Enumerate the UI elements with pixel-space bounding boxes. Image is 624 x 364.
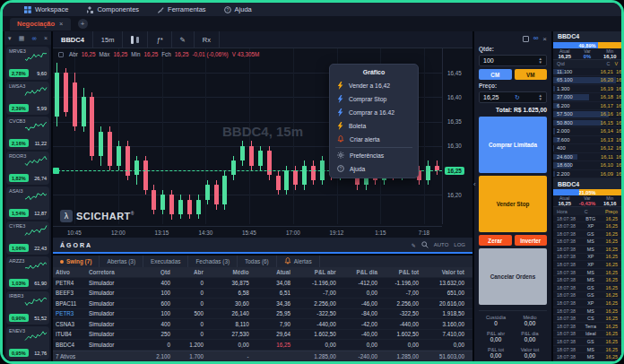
context-menu-item[interactable]: Vender a 16,42	[330, 79, 418, 92]
book-row[interactable]: 37.00016,1816	[553, 93, 621, 102]
tape-symbol[interactable]: BBDC4	[553, 178, 621, 189]
replay-icon[interactable]: Rx	[195, 31, 220, 48]
menubar-item-componentes[interactable]: Componentes	[86, 5, 139, 13]
tape-row[interactable]: 18:07:38GS16,25	[553, 292, 621, 300]
expand-icon[interactable]	[523, 36, 529, 42]
tape-row[interactable]: 18:07:38GS16,25	[553, 284, 621, 292]
watchlist-card-rdor3[interactable]: RDOR31,82%26,74	[6, 152, 49, 185]
watchlist-card-mrve3[interactable]: MRVE32,78%9,60	[6, 47, 49, 80]
positions-tab-abertas[interactable]: Abertas (3)	[100, 256, 143, 267]
watchlist-card-cyre3[interactable]: CYRE31,06%22,43	[6, 221, 49, 255]
magnifier-icon[interactable]	[421, 241, 429, 248]
context-menu-item[interactable]: Comprar Stop	[330, 92, 418, 106]
book-row[interactable]: 65.10016,2016	[553, 76, 621, 85]
positions-tab-alertas[interactable]: Alertas	[277, 256, 320, 267]
watchlist-card-lwsa3[interactable]: LWSA32,39%5,99	[6, 82, 49, 115]
book-row[interactable]: 1.30016,1916	[553, 85, 621, 94]
positions-tab-fechadas[interactable]: Fechadas (3)	[188, 256, 238, 267]
tape-row[interactable]: 18:07:38GS16,25	[553, 230, 621, 238]
context-menu-item[interactable]: ?Ajuda	[330, 162, 418, 176]
sell-market-button[interactable]: VM	[515, 69, 548, 80]
sell-stop-button[interactable]: Vender Stop	[479, 176, 547, 232]
positions-tab-swing[interactable]: Swing (7)	[53, 256, 100, 267]
legend-checkbox[interactable]	[58, 52, 64, 57]
position-row[interactable]: PETR3Simulador10050026,14025,95-322,50-8…	[53, 309, 472, 320]
time-axis[interactable]: 10:4512:0013:1514:3015:4517:0019:121:157…	[53, 226, 442, 238]
price-input[interactable]: 16,25 ↻ ▲▼	[479, 91, 547, 103]
book-row[interactable]: 18.60016,1016	[553, 161, 621, 170]
zero-position-button[interactable]: Zerar	[479, 235, 512, 246]
collapse-panel-icon[interactable]: ‹	[473, 180, 476, 188]
tape-row[interactable]: 18:07:38BTG16,25	[553, 215, 621, 223]
book-row[interactable]: 2.00016,1416	[553, 127, 621, 136]
tab-negociacao[interactable]: Negociação ×	[10, 18, 71, 30]
indicators-icon[interactable]: ƒ*	[148, 31, 171, 48]
chevron-down-icon[interactable]: ▾	[8, 35, 12, 42]
tape-row[interactable]: 18:07:38MS16,25	[553, 238, 621, 247]
position-row[interactable]: BBDC4Simulador01.2000,0016,250,000,000,0…	[53, 340, 472, 351]
cancel-orders-button[interactable]: Cancelar Ordens	[479, 248, 547, 305]
tape-row[interactable]: 18:07:38XP16,25	[553, 222, 621, 230]
tape-row[interactable]: 18:07:38XP16,25	[553, 261, 621, 269]
refresh-price-icon[interactable]: ↻	[515, 94, 520, 101]
book-row[interactable]: 7.60016,1316	[553, 136, 621, 145]
menubar-item-workspace[interactable]: Workspace	[24, 5, 68, 13]
log-scale-toggle[interactable]: LOG	[454, 242, 465, 247]
book-row[interactable]: 24.60016,1116	[553, 153, 621, 162]
watchlist-card-irbr3[interactable]: IRBR30,90%51,52	[6, 291, 49, 325]
close-icon[interactable]: ×	[44, 35, 48, 41]
price-stepper[interactable]: ▲▼	[539, 94, 542, 101]
draw-pencil-icon[interactable]: ✎	[172, 31, 195, 48]
tape-row[interactable]: 18:07:38MS16,25	[553, 276, 621, 284]
positions-header-row[interactable]: AtivoCorretoraQtdAbrMédioAtualP&L abrP&L…	[53, 267, 472, 278]
book-row[interactable]: 50.80016,1516	[553, 119, 621, 128]
qty-stepper[interactable]: ▲▼	[539, 57, 542, 65]
menubar-item-ferramentas[interactable]: Ferramentas	[157, 5, 206, 13]
watchlist-card-asai3[interactable]: ASAI31,54%12,87	[6, 186, 49, 220]
book-symbol[interactable]: BBDC4	[553, 31, 621, 42]
watchlist-card-arzz3[interactable]: ARZZ31,03%61,90	[6, 256, 49, 290]
tape-row[interactable]: 18:07:38MS16,25	[553, 269, 621, 277]
grid-icon[interactable]: ▦	[19, 35, 25, 42]
book-row[interactable]: 11.10016,2116	[553, 68, 621, 77]
book-row[interactable]: 2.20016,0916	[553, 170, 621, 179]
context-menu-item[interactable]: Preferências	[330, 149, 418, 162]
chart-symbol[interactable]: BBDC4	[53, 31, 93, 48]
positions-tab-todas[interactable]: Todas (6)	[238, 256, 277, 267]
tape-row[interactable]: 18:07:38Terra16,25	[553, 323, 621, 331]
tape-row[interactable]: 18:07:38MS16,25	[553, 246, 621, 254]
position-row[interactable]: BEEF3Simulador10006,586,51-7,000,00-7,00…	[53, 289, 472, 299]
context-menu-item[interactable]: Comprar a 16.42	[330, 106, 418, 119]
position-row[interactable]: CSNA3Simulador40008,1107,90-440,00-42,00…	[53, 319, 472, 330]
tape-row[interactable]: 18:07:38CS16,25	[553, 315, 621, 323]
context-menu-item[interactable]: Boleta	[330, 119, 418, 133]
tape-row[interactable]: 18:07:38MS16,25	[553, 353, 621, 361]
tape-row[interactable]: 18:07:38XP16,25	[553, 254, 621, 262]
tape-row[interactable]: 18:07:38Ideal16,25	[553, 331, 621, 339]
position-row[interactable]: ITUB4Simulador250027,53029,641.602,50-40…	[53, 330, 472, 341]
position-row[interactable]: BPAC11Simulador600030,6034,362.256,00-46…	[53, 299, 472, 309]
close-icon[interactable]: ×	[542, 35, 547, 43]
tape-row[interactable]: 18:07:38GS16,25	[553, 338, 621, 346]
buy-limit-button[interactable]: Comprar Limitada	[479, 117, 547, 173]
buy-market-button[interactable]: CM	[479, 69, 512, 80]
book-row[interactable]: 40016,1216	[553, 144, 621, 153]
link-icon[interactable]: ∞	[32, 35, 37, 41]
tape-row[interactable]: 18:07:38XP16,25	[553, 299, 621, 308]
candle-style-icon[interactable]	[123, 31, 148, 48]
invert-position-button[interactable]: Inverter	[515, 235, 548, 246]
book-row[interactable]: 6.20016,1716	[553, 102, 621, 111]
edit-pencil-icon[interactable]: ✎	[412, 242, 416, 248]
qty-input[interactable]: 100 ▲▼	[479, 55, 547, 66]
positions-tab-executadas[interactable]: Executadas	[143, 256, 188, 267]
position-row[interactable]: PETR4Simulador400036,87534,08-1.196,00-4…	[53, 278, 472, 289]
book-row[interactable]: 57.50016,1616	[553, 110, 621, 119]
tape-row[interactable]: 18:07:38MS16,25	[553, 308, 621, 316]
watchlist-card-enev3[interactable]: ENEV30,95%12,76	[6, 326, 49, 360]
auto-scale-toggle[interactable]: AUTO	[434, 242, 449, 247]
new-tab-button[interactable]: +	[78, 19, 88, 29]
tab-close-icon[interactable]: ×	[59, 20, 63, 28]
watchlist-card-cvcb3[interactable]: CVCB32,16%11,22	[6, 117, 49, 150]
timeframe-selector[interactable]: 15m	[93, 31, 124, 48]
menubar-item-ajuda[interactable]: ?Ajuda	[224, 5, 252, 13]
